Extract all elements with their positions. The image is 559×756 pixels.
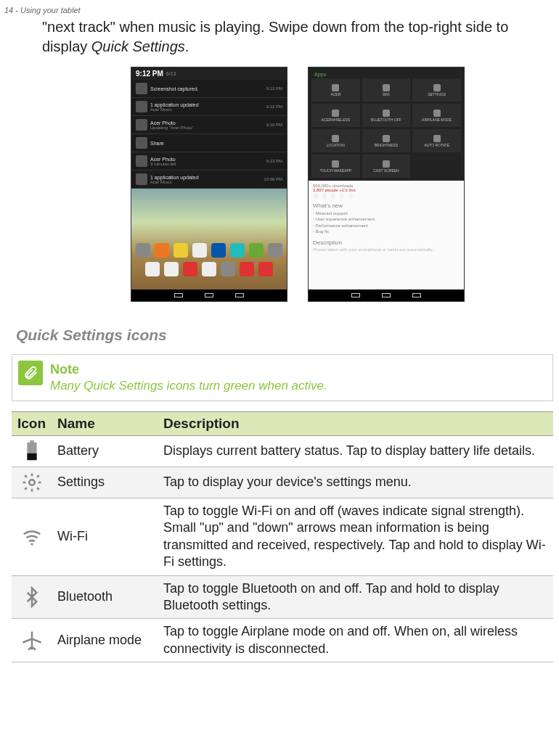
qs-tile-owner: ACER	[311, 78, 360, 102]
notif-title: 1 application updated	[150, 175, 199, 180]
whats-new-list: - Miracast support - User experience enh…	[313, 210, 460, 235]
tablet-screenshot-quicksettings: Apps ACER 90% SETTINGS ACERWIRELESS BLUE…	[308, 67, 465, 302]
app-icon	[249, 243, 264, 258]
qs-label: BLUETOOTH OFF	[371, 118, 401, 122]
table-row: Settings Tap to display your device's se…	[12, 467, 553, 498]
notif-time: 9:12 PM	[266, 86, 282, 91]
qs-tile-settings: SETTINGS	[412, 78, 461, 102]
list-item: - User experience enhancement	[313, 216, 460, 222]
wifi-icon	[332, 110, 339, 117]
bluetooth-icon	[383, 110, 390, 117]
status-time: 9:12 PM	[136, 70, 163, 78]
app-icon	[230, 243, 245, 258]
qs-tile-touchwake: TOUCH WAKEAPP	[311, 155, 360, 178]
brightness-icon	[383, 135, 390, 142]
notification-item: Acer Photo3 minutes left9:13 PM	[131, 152, 287, 170]
description-text: Photos taken with your smartphone or tab…	[313, 247, 460, 252]
gear-icon	[433, 84, 441, 91]
gear-icon	[21, 472, 43, 493]
app-icon	[202, 262, 216, 276]
col-name: Name	[52, 412, 158, 436]
qs-label: ACERWIRELESS	[322, 118, 351, 122]
qs-label: BRIGHTNESS	[375, 143, 399, 147]
store-listing: 500,000+ downloads 2,897 people +1'd thi…	[309, 181, 464, 301]
icons-table: Icon Name Description Battery Displays c…	[12, 411, 553, 662]
icon-cell	[12, 498, 52, 576]
location-icon	[332, 135, 339, 142]
desc-cell: Tap to display your device's settings me…	[158, 467, 553, 498]
name-cell: Airplane mode	[52, 619, 158, 662]
page-header: 14 - Using your tablet	[0, 0, 559, 17]
app-icon	[221, 262, 235, 276]
app-icon	[258, 262, 273, 276]
app-icon	[136, 243, 150, 258]
notification-item: 1 application updatedAcer Music10:06 PM	[131, 170, 287, 189]
notif-title: 1 application updated	[150, 102, 199, 107]
icon-cell	[12, 619, 52, 662]
name-cell: Settings	[52, 467, 158, 498]
screenshot-row: 9:12 PM 6/13 Screenshot captured.9:12 PM…	[42, 67, 553, 302]
qs-tile-rotate: AUTO ROTATE	[412, 129, 461, 152]
notif-icon	[136, 173, 147, 185]
notification-item: Acer PhotoUpdating "Acer Photo"9:10 PM	[131, 116, 287, 134]
svg-point-3	[29, 480, 35, 485]
qs-tile-bluetooth: BLUETOOTH OFF	[362, 104, 411, 127]
whats-new-heading: What's new	[313, 202, 460, 209]
quick-settings-panel: Apps ACER 90% SETTINGS ACERWIRELESS BLUE…	[309, 67, 464, 181]
app-icon	[268, 243, 282, 258]
desc-cell: Displays current battery status. Tap to …	[158, 436, 553, 467]
note-callout: Note Many Quick Settings icons turn gree…	[12, 354, 553, 401]
col-description: Description	[158, 412, 553, 436]
page-content: "next track" when music is playing. Swip…	[0, 17, 559, 677]
notif-time: 10:06 PM	[264, 177, 282, 181]
notif-sub: 3 minutes left	[150, 162, 176, 166]
qs-label: AUTO ROTATE	[424, 143, 449, 147]
table-header-row: Icon Name Description	[12, 412, 553, 436]
name-cell: Bluetooth	[52, 575, 158, 619]
recent-icon	[235, 293, 244, 297]
recent-icon	[412, 293, 421, 297]
notif-time: 9:13 PM	[266, 159, 282, 163]
notification-item: Share	[131, 134, 287, 152]
notif-title: Share	[150, 141, 164, 146]
paperclip-icon	[18, 361, 43, 385]
qs-tile-battery: 90%	[362, 78, 411, 102]
table-row: Wi-Fi Tap to toggle Wi-Fi on and off (wa…	[12, 498, 553, 576]
notif-time: 9:12 PM	[266, 104, 282, 109]
svg-rect-2	[27, 453, 36, 460]
table-row: Bluetooth Tap to toggle Bluetooth on and…	[12, 575, 553, 619]
app-icon	[164, 262, 179, 276]
touch-icon	[332, 160, 339, 168]
qs-tile-airplane: AIRPLANE MODE	[412, 104, 461, 127]
description-heading: Description	[313, 239, 460, 246]
notif-time: 9:10 PM	[266, 123, 282, 127]
qs-tile-cast: CAST SCREEN	[362, 155, 411, 178]
table-row: Airplane mode Tap to toggle Airplane mod…	[12, 619, 553, 662]
qs-label: 90%	[383, 92, 390, 96]
notif-icon	[136, 101, 147, 112]
icon-cell	[12, 467, 52, 498]
table-row: Battery Displays current battery status.…	[12, 436, 553, 467]
wifi-icon	[21, 526, 43, 548]
notif-icon	[136, 83, 147, 94]
back-icon	[174, 293, 183, 297]
apps-label: Apps	[311, 70, 461, 78]
navigation-bar	[131, 289, 287, 301]
app-icon-grid	[131, 239, 287, 281]
icon-cell	[12, 575, 52, 619]
desc-cell: Tap to toggle Bluetooth on and off. Tap …	[158, 575, 553, 619]
list-item: - Bug fix	[313, 229, 460, 234]
qs-tile-wifi: ACERWIRELESS	[311, 104, 360, 127]
intro-paragraph: "next track" when music is playing. Swip…	[42, 17, 553, 57]
app-icon	[145, 262, 160, 276]
app-icon	[183, 262, 197, 276]
col-icon: Icon	[12, 412, 52, 436]
share-icon	[136, 137, 147, 149]
home-icon	[205, 293, 213, 297]
notif-sub: Acer Music	[150, 107, 199, 112]
note-body: Many Quick Settings icons turn green whe…	[50, 379, 545, 393]
cast-icon	[383, 160, 390, 168]
app-icon	[192, 243, 207, 258]
qs-tile-location: LOCATION	[311, 129, 360, 152]
battery-icon	[383, 84, 390, 91]
